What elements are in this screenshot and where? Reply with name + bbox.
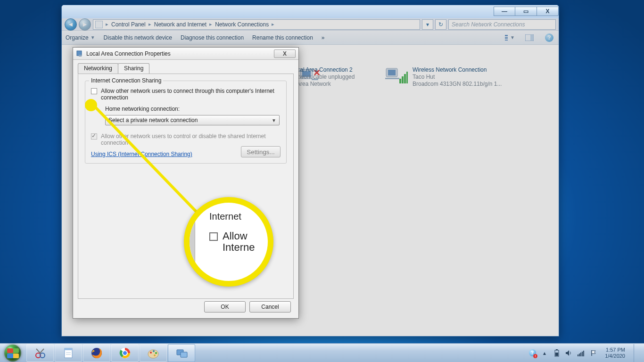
svg-rect-46	[582, 352, 583, 356]
preview-pane-button[interactable]	[524, 33, 535, 43]
view-options-button[interactable]: ▼	[504, 33, 515, 43]
connection-status: Network cable unplugged	[325, 74, 355, 80]
taskbar-clock[interactable]: 1:57 PM 1/4/2020	[605, 347, 625, 358]
command-toolbar: Organize▼ Disable this network device Di…	[62, 31, 559, 45]
dialog-titlebar[interactable]: Local Area Connection Properties X	[73, 48, 298, 60]
chevron-down-icon: ▼	[510, 35, 515, 40]
svg-rect-1	[505, 37, 508, 39]
help-icon: ?	[545, 33, 553, 42]
chevron-down-icon: ▼	[91, 35, 95, 40]
allow-connect-checkbox[interactable]	[91, 88, 97, 94]
network-icon[interactable]	[578, 349, 585, 357]
disable-device-button[interactable]: Disable this network device	[104, 34, 172, 41]
taskbar-app-network-connections[interactable]	[168, 344, 195, 362]
help-button[interactable]: ?	[544, 33, 555, 43]
search-placeholder: Search Network Connections	[452, 21, 525, 28]
tab-sharing[interactable]: Sharing	[118, 63, 149, 74]
magnifier-text: AllowInterne	[223, 230, 255, 253]
windows-logo-icon	[4, 345, 21, 362]
svg-rect-14	[388, 70, 396, 75]
taskbar-app-notepad[interactable]	[55, 344, 82, 362]
svg-rect-7	[530, 35, 533, 41]
settings-button[interactable]: Settings...	[241, 146, 281, 157]
location-icon	[95, 21, 103, 28]
magnifier-text: Internet	[209, 211, 268, 222]
chevron-down-icon: ▼	[272, 118, 276, 123]
connection-item[interactable]: Wireless Network Connection Taco Hut Bro…	[385, 66, 545, 87]
connection-adapter: Broadcom 4313GN 802.11b/g/n 1...	[413, 81, 502, 87]
breadcrumb-seg[interactable]: Control Panel	[109, 21, 148, 28]
properties-dialog: Local Area Connection Properties X Netwo…	[73, 47, 299, 319]
chevron-right-icon: ▸	[271, 21, 275, 27]
svg-rect-43	[578, 354, 578, 356]
adapter-icon	[76, 50, 83, 58]
select-value: Select a private network connection	[108, 117, 198, 123]
rename-button[interactable]: Rename this connection	[252, 34, 313, 41]
taskbar-app-firefox[interactable]	[83, 344, 110, 362]
battery-icon[interactable]	[553, 349, 561, 357]
svg-rect-17	[402, 76, 404, 83]
group-legend: Internet Connection Sharing	[89, 77, 163, 84]
svg-rect-18	[404, 74, 406, 83]
magnifier-checkbox	[209, 232, 218, 241]
refresh-button[interactable]: ↻	[435, 19, 446, 30]
wireless-adapter-icon	[385, 66, 408, 85]
taskbar-app-snipping-tool[interactable]	[26, 344, 54, 362]
search-input[interactable]: Search Network Connections	[448, 19, 556, 30]
svg-rect-21	[79, 55, 82, 57]
svg-point-34	[150, 352, 152, 354]
close-button[interactable]: X	[537, 7, 559, 16]
svg-rect-27	[65, 348, 72, 350]
diagnose-button[interactable]: Diagnose this connection	[181, 34, 244, 41]
show-desktop-button[interactable]	[634, 344, 640, 362]
toolbar-overflow[interactable]: »	[322, 34, 325, 41]
history-dropdown-button[interactable]: ▾	[422, 19, 433, 30]
chevron-right-icon: ▸	[105, 21, 109, 27]
connection-adapter: al Area Network	[325, 81, 355, 87]
svg-point-37	[154, 354, 156, 356]
nav-back-button[interactable]: ◄	[65, 18, 77, 31]
connection-status: Taco Hut	[413, 74, 502, 80]
start-button[interactable]	[0, 344, 25, 362]
nav-forward-button[interactable]: ►	[79, 18, 91, 31]
organize-menu[interactable]: Organize▼	[66, 34, 95, 41]
svg-rect-19	[406, 72, 408, 83]
cancel-button[interactable]: Cancel	[249, 301, 291, 313]
svg-rect-45	[580, 353, 581, 356]
ok-button[interactable]: OK	[204, 301, 246, 313]
svg-rect-41	[556, 349, 558, 350]
tab-networking[interactable]: Networking	[78, 63, 118, 74]
minimize-button[interactable]: —	[494, 7, 515, 16]
svg-rect-0	[505, 35, 508, 36]
connection-title: Local Area Connection 2	[325, 66, 355, 73]
svg-rect-16	[399, 79, 401, 83]
breadcrumb-seg[interactable]: Network Connections	[213, 21, 271, 28]
flag-icon[interactable]	[590, 349, 597, 357]
svg-rect-42	[555, 353, 558, 356]
ics-group: Internet Connection Sharing Allow other …	[85, 81, 287, 164]
breadcrumb[interactable]: ▸ Control Panel ▸ Network and Internet ▸…	[93, 19, 420, 30]
action-center-icon[interactable]: ? !	[528, 349, 536, 357]
svg-rect-44	[579, 354, 580, 356]
volume-icon[interactable]	[565, 349, 573, 357]
tray-overflow-icon[interactable]: ▴	[541, 349, 548, 357]
home-connection-select[interactable]: Select a private network connection ▼	[105, 115, 280, 125]
breadcrumb-seg[interactable]: Network and Internet	[152, 21, 208, 28]
annotation-magnifier: Internet AllowInterne	[184, 197, 273, 287]
svg-rect-2	[505, 40, 508, 41]
tab-strip: Networking Sharing	[73, 60, 298, 74]
svg-point-35	[153, 350, 155, 352]
svg-point-36	[155, 352, 157, 354]
window-titlebar[interactable]: — ▭ X	[62, 5, 559, 18]
connection-title: Wireless Network Connection	[413, 66, 502, 73]
svg-rect-47	[583, 351, 584, 356]
dialog-close-button[interactable]: X	[274, 49, 296, 58]
svg-rect-15	[385, 78, 399, 79]
chevron-right-icon: ▸	[208, 21, 213, 27]
clock-date: 1/4/2020	[605, 353, 625, 359]
chevron-right-icon: ▸	[148, 21, 152, 27]
taskbar-app-chrome[interactable]	[111, 344, 139, 362]
home-connection-label: Home networking connection:	[105, 106, 281, 112]
taskbar-app-paint[interactable]	[140, 344, 167, 362]
maximize-button[interactable]: ▭	[515, 7, 537, 16]
